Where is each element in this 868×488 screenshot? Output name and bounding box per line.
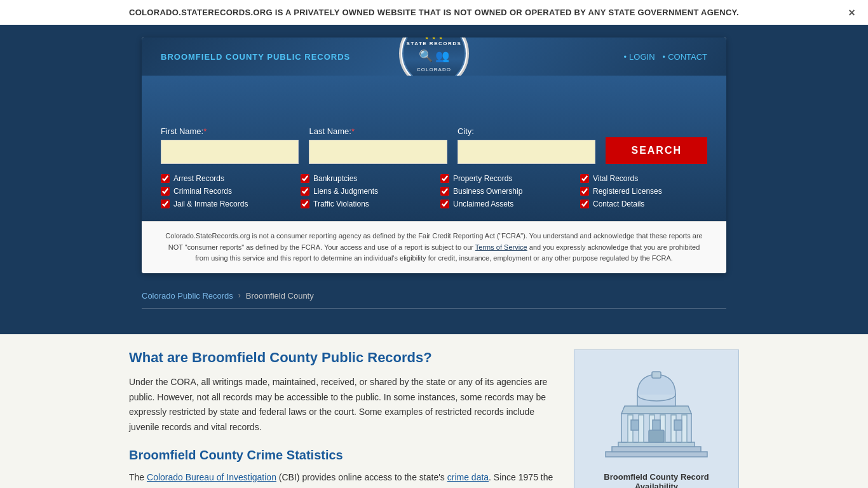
last-name-input[interactable] bbox=[309, 140, 447, 164]
terms-link[interactable]: Terms of Service bbox=[475, 243, 527, 251]
checkbox-item: Traffic Violations bbox=[301, 200, 428, 208]
checkbox-vital-records[interactable] bbox=[580, 174, 589, 183]
svg-marker-10 bbox=[621, 406, 691, 414]
logo-icons: 🔍 👥 bbox=[419, 49, 449, 63]
close-button[interactable]: × bbox=[848, 6, 855, 19]
section1-title: What are Broomfield County Public Record… bbox=[129, 349, 555, 366]
svg-rect-17 bbox=[649, 430, 664, 442]
checkbox-business-ownership[interactable] bbox=[440, 187, 449, 196]
checkbox-jail-&-inmate-records[interactable] bbox=[161, 200, 170, 208]
last-name-label: Last Name:* bbox=[309, 126, 447, 136]
logo-bottom-text: COLORADO bbox=[417, 67, 451, 72]
search-fields: First Name:* Last Name:* City: bbox=[161, 126, 707, 164]
svg-rect-1 bbox=[612, 447, 701, 452]
content-main: What are Broomfield County Public Record… bbox=[129, 349, 555, 488]
checkbox-grid: Arrest RecordsBankruptciesProperty Recor… bbox=[161, 174, 707, 208]
header-nav: • LOGIN • CONTACT bbox=[624, 52, 707, 62]
banner-text: COLORADO.STATERECORDS.ORG IS A PRIVATELY… bbox=[129, 8, 739, 17]
people-icon: 👥 bbox=[435, 49, 449, 63]
disclaimer: Colorado.StateRecords.org is not a consu… bbox=[142, 221, 726, 273]
checkbox-label: Traffic Violations bbox=[313, 200, 369, 208]
login-link[interactable]: LOGIN bbox=[629, 52, 654, 62]
search-card: BROOMFIELD COUNTY PUBLIC RECORDS ★ ★ ★ S… bbox=[142, 37, 726, 273]
checkbox-property-records[interactable] bbox=[440, 174, 449, 183]
section2-title: Broomfield County Crime Statistics bbox=[129, 448, 555, 463]
last-name-group: Last Name:* bbox=[309, 126, 447, 164]
svg-rect-2 bbox=[618, 442, 695, 447]
checkbox-item: Property Records bbox=[440, 174, 567, 183]
checkbox-label: Business Ownership bbox=[453, 187, 522, 196]
checkbox-label: Unclaimed Assets bbox=[453, 200, 513, 208]
checkbox-item: Contact Details bbox=[580, 200, 707, 208]
checkbox-label: Property Records bbox=[453, 174, 512, 183]
section2-text2: (CBI) provides online access to the stat… bbox=[276, 472, 447, 482]
checkbox-item: Arrest Records bbox=[161, 174, 288, 183]
checkbox-label: Vital Records bbox=[593, 174, 638, 183]
center-container: BROOMFIELD COUNTY PUBLIC RECORDS ★ ★ ★ S… bbox=[129, 37, 739, 309]
crime-data-link[interactable]: crime data bbox=[447, 472, 489, 482]
checkbox-item: Vital Records bbox=[580, 174, 707, 183]
breadcrumb: Colorado Public Records › Broomfield Cou… bbox=[142, 291, 726, 309]
checkbox-bankruptcies[interactable] bbox=[301, 174, 309, 183]
city-group: City: bbox=[458, 126, 595, 164]
first-name-group: First Name:* bbox=[161, 126, 299, 164]
checkbox-item: Liens & Judgments bbox=[301, 187, 428, 196]
search-button[interactable]: SEARCH bbox=[606, 137, 707, 164]
checkbox-criminal-records[interactable] bbox=[161, 187, 170, 196]
first-name-label: First Name:* bbox=[161, 126, 299, 136]
checkbox-liens-&-judgments[interactable] bbox=[301, 187, 309, 196]
building-illustration bbox=[585, 363, 728, 464]
checkbox-unclaimed-assets[interactable] bbox=[440, 200, 449, 208]
section1-text: Under the CORA, all writings made, maint… bbox=[129, 375, 555, 435]
first-name-input[interactable] bbox=[161, 140, 299, 164]
checkbox-label: Liens & Judgments bbox=[313, 187, 378, 196]
nav-bullet-login: • bbox=[624, 52, 627, 62]
breadcrumb-bar: Colorado Public Records › Broomfield Cou… bbox=[142, 283, 726, 309]
page-title: BROOMFIELD COUNTY PUBLIC RECORDS bbox=[161, 52, 350, 62]
svg-rect-9 bbox=[682, 415, 687, 442]
card-header: BROOMFIELD COUNTY PUBLIC RECORDS ★ ★ ★ S… bbox=[142, 37, 726, 76]
nav-bullet-contact: • bbox=[663, 52, 666, 62]
svg-rect-16 bbox=[674, 420, 682, 430]
svg-rect-5 bbox=[639, 415, 644, 442]
search-area: First Name:* Last Name:* City: bbox=[142, 76, 726, 221]
checkbox-label: Contact Details bbox=[593, 200, 644, 208]
main-wrapper: BROOMFIELD COUNTY PUBLIC RECORDS ★ ★ ★ S… bbox=[0, 25, 868, 334]
breadcrumb-current: Broomfield County bbox=[246, 291, 314, 301]
contact-link[interactable]: CONTACT bbox=[668, 52, 707, 62]
section2-text1: The bbox=[129, 472, 147, 482]
svg-rect-0 bbox=[606, 452, 707, 457]
checkbox-traffic-violations[interactable] bbox=[301, 200, 309, 208]
svg-rect-14 bbox=[631, 420, 639, 430]
notice-banner: COLORADO.STATERECORDS.ORG IS A PRIVATELY… bbox=[0, 0, 868, 25]
svg-rect-15 bbox=[653, 420, 660, 430]
svg-rect-13 bbox=[652, 372, 661, 378]
sidebar-card: Broomfield County Record Availability bbox=[574, 349, 739, 488]
search-icon: 🔍 bbox=[419, 49, 433, 63]
checkbox-registered-licenses[interactable] bbox=[580, 187, 589, 196]
checkbox-label: Bankruptcies bbox=[313, 174, 357, 183]
checkbox-arrest-records[interactable] bbox=[161, 174, 170, 183]
content-sidebar: Broomfield County Record Availability bbox=[574, 349, 739, 488]
checkbox-contact-details[interactable] bbox=[580, 200, 589, 208]
checkbox-item: Bankruptcies bbox=[301, 174, 428, 183]
logo-top-text: STATE RECORDS bbox=[407, 41, 462, 46]
breadcrumb-parent-link[interactable]: Colorado Public Records bbox=[142, 291, 233, 301]
city-label: City: bbox=[458, 126, 595, 136]
breadcrumb-separator: › bbox=[238, 291, 241, 300]
checkbox-label: Jail & Inmate Records bbox=[173, 200, 248, 208]
checkbox-item: Registered Licenses bbox=[580, 187, 707, 196]
sidebar-card-label: Broomfield County Record Availability bbox=[585, 472, 728, 488]
checkbox-item: Jail & Inmate Records bbox=[161, 200, 288, 208]
city-input[interactable] bbox=[458, 140, 595, 164]
building-svg bbox=[593, 369, 720, 464]
checkbox-label: Criminal Records bbox=[173, 187, 232, 196]
checkbox-label: Registered Licenses bbox=[593, 187, 662, 196]
content-section: What are Broomfield County Public Record… bbox=[0, 334, 868, 488]
checkbox-label: Arrest Records bbox=[173, 174, 224, 183]
checkbox-item: Unclaimed Assets bbox=[440, 200, 567, 208]
section2-text: The Colorado Bureau of Investigation (CB… bbox=[129, 470, 555, 488]
cbi-link[interactable]: Colorado Bureau of Investigation bbox=[147, 472, 276, 482]
content-inner: What are Broomfield County Public Record… bbox=[129, 349, 739, 488]
content-area: What are Broomfield County Public Record… bbox=[129, 334, 739, 488]
